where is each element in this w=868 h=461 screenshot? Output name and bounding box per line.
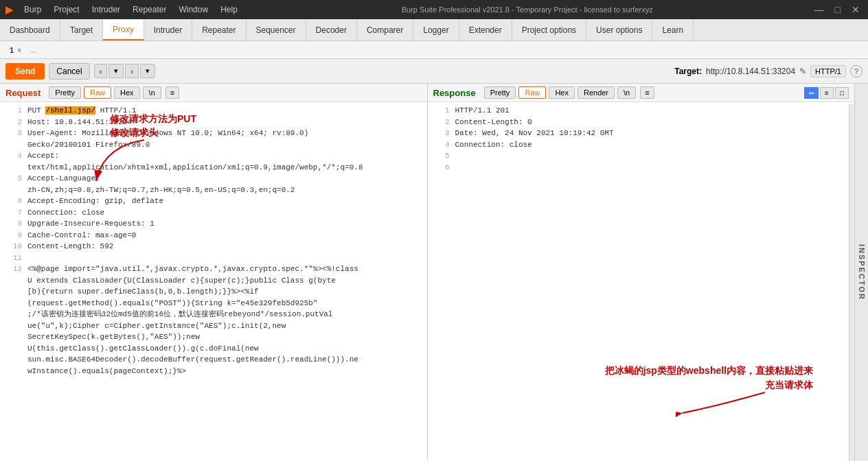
tab-repeater[interactable]: Repeater	[192, 19, 246, 40]
burp-logo: ▶	[5, 4, 13, 15]
request-raw-btn[interactable]: Raw	[84, 86, 111, 99]
minimize-button[interactable]: —	[812, 4, 827, 15]
tab-target[interactable]: Target	[60, 19, 103, 40]
tab-dashboard[interactable]: Dashboard	[0, 19, 60, 40]
response-pretty-btn[interactable]: Pretty	[484, 86, 516, 99]
response-newline-btn[interactable]: \n	[617, 86, 636, 99]
view-tabs-btn[interactable]: □	[835, 87, 849, 99]
request-title: Request	[5, 88, 41, 98]
back-dropdown-button[interactable]: ▾	[108, 64, 124, 78]
response-more-btn[interactable]: ≡	[640, 86, 654, 99]
cancel-button[interactable]: Cancel	[49, 63, 89, 80]
code-line-12i: sun.misc.BASE64Decoder().decodeBuffer(re…	[0, 354, 427, 366]
tab-proxy[interactable]: Proxy	[103, 19, 144, 40]
code-line-8: 8 Upgrade-Insecure-Requests: 1	[0, 218, 427, 230]
request-panel-header: Request Pretty Raw Hex \n ≡	[0, 84, 427, 102]
menu-window[interactable]: Window	[173, 3, 214, 16]
code-line-5b: zh-CN,zh;q=0.8,zh-TW;q=0.7,zh-HK;q=0.5,e…	[0, 185, 427, 196]
tab-comparer[interactable]: Comparer	[357, 19, 413, 40]
code-line-1: 1 PUT /shell.jsp/ HTTP/1.1	[0, 105, 427, 117]
resp-line-6: 6	[428, 162, 855, 174]
code-line-3b: Gecko/20100101 Firefox/89.0	[0, 139, 427, 151]
code-line-12g: SecretKeySpec(k.getBytes(),"AES"));new	[0, 331, 427, 343]
response-hex-btn[interactable]: Hex	[549, 86, 575, 99]
request-panel: Request Pretty Raw Hex \n ≡ 1 PUT /shell…	[0, 84, 428, 461]
edit-target-icon[interactable]: ✎	[799, 67, 806, 76]
tab-sequencer[interactable]: Sequencer	[247, 19, 306, 40]
sub-tabs-bar: 1 × ...	[0, 41, 868, 59]
menu-repeater[interactable]: Repeater	[127, 3, 172, 16]
request-pretty-btn[interactable]: Pretty	[49, 86, 81, 99]
code-line-6: 6 Accept-Encoding: gzip, deflate	[0, 196, 427, 207]
forward-dropdown-button[interactable]: ▾	[140, 64, 155, 78]
code-line-12h: U(this.getClass().getClassLoader()).g(c.…	[0, 343, 427, 355]
resp-line-5: 5	[428, 150, 855, 162]
tab-1-label: 1	[10, 46, 14, 54]
menu-burp[interactable]: Burp	[19, 3, 47, 16]
target-label: Target:	[674, 67, 702, 76]
target-info: Target: http://10.8.144.51:33204 ✎ HTTP/…	[674, 65, 863, 78]
menu-intruder[interactable]: Intruder	[87, 3, 126, 16]
request-newline-btn[interactable]: \n	[143, 86, 161, 99]
code-line-12f: ue("u",k);Cipher c=Cipher.getInstance("A…	[0, 320, 427, 332]
response-render-btn[interactable]: Render	[578, 86, 615, 99]
view-split-horizontal-btn[interactable]: ▪▪	[804, 87, 819, 99]
menu-help[interactable]: Help	[215, 3, 243, 16]
inspector-panel[interactable]: INSPECTOR	[854, 84, 868, 461]
code-line-12b: U extends ClassLoader{U(ClassLoader c){s…	[0, 275, 427, 287]
code-line-12a: 12 <%@page import="java.util.*,javax.cry…	[0, 263, 427, 275]
tab-project-options[interactable]: Project options	[512, 19, 586, 40]
title-bar-controls: — □ ✕	[812, 4, 863, 15]
tab-more[interactable]: ...	[27, 45, 39, 55]
view-icons: ▪▪ ≡ □	[804, 87, 849, 99]
code-line-4a: 4 Accept:	[0, 150, 427, 162]
response-title: Response	[433, 88, 476, 98]
title-bar-left: ▶ Burp Project Intruder Repeater Window …	[5, 3, 243, 16]
code-line-2: 2 Host: 10.8.144.51:33204	[0, 117, 427, 128]
menu-project[interactable]: Project	[48, 3, 84, 16]
main-content: Request Pretty Raw Hex \n ≡ 1 PUT /shell…	[0, 84, 868, 461]
help-button[interactable]: ?	[850, 65, 863, 78]
code-line-12c: [b){return super.defineClass(b,0,b.lengt…	[0, 286, 427, 298]
code-line-5a: 5 Accept-Language:	[0, 173, 427, 185]
close-button[interactable]: ✕	[849, 4, 863, 15]
code-line-11: 11	[0, 252, 427, 264]
code-line-12d: (request.getMethod().equals("POST")){Str…	[0, 298, 427, 309]
tab-user-options[interactable]: User options	[586, 19, 652, 40]
forward-button[interactable]: ›	[125, 64, 139, 78]
code-line-4b: text/html,application/xhtml+xml,applicat…	[0, 162, 427, 174]
response-code-area[interactable]: 1 HTTP/1.1 201 2 Content-Length: 0 3 Dat…	[428, 102, 855, 461]
send-button[interactable]: Send	[5, 63, 45, 80]
resp-line-2: 2 Content-Length: 0	[428, 117, 855, 128]
request-hex-btn[interactable]: Hex	[114, 86, 140, 99]
resp-line-3: 3 Date: Wed, 24 Nov 2021 10:19:42 GMT	[428, 128, 855, 139]
tab-logger[interactable]: Logger	[413, 19, 459, 40]
maximize-button[interactable]: □	[832, 4, 843, 15]
target-url: http://10.8.144.51:33204	[706, 67, 795, 76]
response-raw-btn[interactable]: Raw	[518, 86, 546, 99]
tab-1-close[interactable]: ×	[17, 47, 21, 54]
request-code-area[interactable]: 1 PUT /shell.jsp/ HTTP/1.1 2 Host: 10.8.…	[0, 102, 427, 461]
response-panel: Response Pretty Raw Hex Render \n ≡ ▪▪ ≡…	[428, 84, 855, 461]
code-line-12j: wInstance().equals(pageContext);}%>	[0, 366, 427, 377]
main-nav: Dashboard Target Proxy Intruder Repeater…	[0, 19, 868, 41]
tab-intruder[interactable]: Intruder	[144, 19, 192, 40]
back-button[interactable]: ‹	[94, 64, 108, 78]
tab-decoder[interactable]: Decoder	[306, 19, 357, 40]
response-scrollbar[interactable]	[849, 104, 854, 461]
http-version-badge[interactable]: HTTP/1	[810, 65, 846, 78]
tab-learn[interactable]: Learn	[652, 19, 694, 40]
resp-line-1: 1 HTTP/1.1 201	[428, 105, 855, 117]
request-more-btn[interactable]: ≡	[165, 86, 179, 99]
repeater-tab-1[interactable]: 1 ×	[4, 44, 27, 56]
toolbar: Send Cancel ‹ ▾ › ▾ Target: http://10.8.…	[0, 59, 868, 84]
nav-arrows: ‹ ▾ › ▾	[94, 64, 155, 78]
title-bar: ▶ Burp Project Intruder Repeater Window …	[0, 0, 868, 19]
title-bar-menu: Burp Project Intruder Repeater Window He…	[19, 3, 243, 16]
view-split-vertical-btn[interactable]: ≡	[820, 87, 834, 99]
response-panel-header: Response Pretty Raw Hex Render \n ≡ ▪▪ ≡…	[428, 84, 855, 102]
code-line-7: 7 Connection: close	[0, 207, 427, 219]
code-line-3a: 3 User-Agent: Mozilla/5.0 (Windows NT 10…	[0, 128, 427, 139]
code-line-9: 9 Cache-Control: max-age=0	[0, 230, 427, 241]
tab-extender[interactable]: Extender	[459, 19, 512, 40]
